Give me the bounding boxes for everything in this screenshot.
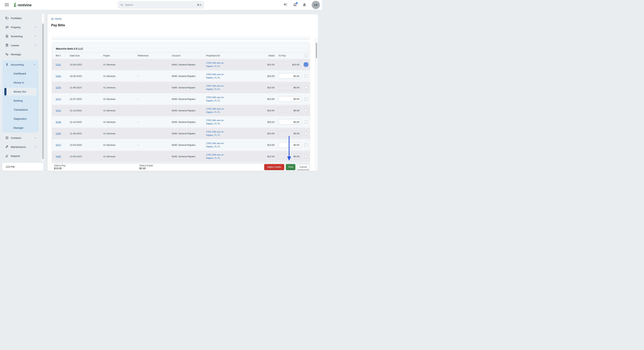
content-scrollbar-thumb[interactable] [316,43,317,58]
property-unit-link[interactable]: 2760 24th ave neNaples, FL FL [206,153,252,160]
to-pay-input[interactable] [278,108,301,113]
owed-cell: $10.00 [252,63,274,66]
sidebar-subitem-dashboard[interactable]: Dashboard [2,69,38,78]
company-name: Mauricio Beta 2.0 LLC [56,47,83,50]
date-due-cell: 10-28-2023 [70,63,103,66]
sidebar-subitem-label: Diagnostics [14,117,27,120]
owed-cell: $25.32 [252,121,274,123]
bill-row-5246: 524611-14-2023#1 Services-6345: General … [52,116,310,128]
cancel-button[interactable]: Cancel [297,164,309,170]
payee-cell: #1 Services [103,144,138,146]
notifications-bell-icon[interactable] [293,3,297,7]
bill-link[interactable]: 5243 [56,109,61,112]
to-pay-input[interactable] [278,142,301,148]
bill-link[interactable]: 5380 [56,155,61,158]
row-checkbox[interactable] [304,98,308,100]
search-input[interactable] [123,3,197,6]
previous-card-edge [52,37,310,40]
sidebar-item-maintenance[interactable]: Maintenance [0,142,42,151]
bill-link[interactable]: 5372 [56,144,61,146]
sidebar-item-label: Maintenance [11,145,26,148]
reference-cell: - [138,132,172,135]
sidebar-subitem-diagnostics[interactable]: Diagnostics [2,114,38,123]
sidebar-subitem-money-in[interactable]: Money In [2,78,38,87]
sidebar-item-contacts[interactable]: Contacts [0,133,42,142]
property-unit-link[interactable]: 2760 24th ave neNaples, FL FL [206,61,252,68]
sidebar-subitem-label: Dashboard [14,72,26,75]
sidebar-scrollbar[interactable] [42,13,44,161]
to-pay-input[interactable] [278,85,301,90]
sidebar-scrollbar-thumb[interactable] [42,23,44,159]
row-checkbox[interactable] [304,121,308,123]
account-cell: 6345: General Repairs [172,109,206,112]
property-unit-link[interactable]: 2760 24th ave neNaples, FL FL [206,84,252,91]
page-title: Pay Bills [51,23,65,27]
rentvine-logo[interactable]: rentvine [12,2,32,8]
reference-cell: - [138,98,172,100]
row-checkbox[interactable] [304,132,308,135]
breadcrumb-home[interactable]: Home [55,17,62,20]
owed-cell: $10.00 [252,75,274,77]
chevron-down-icon [34,146,37,148]
to-pay-input[interactable] [278,73,301,79]
rocket-icon[interactable] [302,3,306,7]
bill-link[interactable]: 5163 [56,75,61,77]
to-pay-input[interactable] [278,96,301,102]
bill-link[interactable]: 5161 [56,63,61,66]
property-unit-link[interactable]: 2760 24th ave neNaples, FL FL [206,142,252,148]
sidebar-item-leases[interactable]: Leases [0,41,42,50]
bill-link[interactable]: 5246 [56,121,61,123]
to-pay-input[interactable] [278,119,301,125]
to-pay-input[interactable] [278,62,301,67]
bill-row-5205: 520511-06-2023#1 Services-6345: General … [52,82,310,93]
column-header-reference: Reference [138,54,172,57]
column-header-property-unit: Property/Unit [206,54,252,57]
sidebar-item-screening[interactable]: Screening [0,32,42,41]
post-button[interactable]: Post [286,164,295,170]
bill-link[interactable]: 5205 [56,86,61,89]
sidebar-item-rentsign[interactable]: Rentsign [0,50,42,59]
content-scrollbar[interactable] [315,38,318,171]
menu-icon[interactable] [5,3,9,6]
apply-credits-button[interactable]: Apply Credits [264,164,284,170]
avatar[interactable]: CP [312,1,320,9]
to-pay-input[interactable] [278,131,301,136]
bill-link[interactable]: 5212 [56,98,61,100]
sidebar-subitem-manager[interactable]: Manager [2,123,38,132]
sidebar-subitem-transactions[interactable]: Transactions [2,105,38,114]
reference-cell: - [138,121,172,123]
sidebar-subitem-label: Transactions [14,108,28,111]
sidebar-item-portfolios[interactable]: Portfolios [0,13,42,23]
breadcrumb[interactable]: Home [51,17,62,20]
to-pay-input[interactable] [278,154,301,159]
leases-icon [5,43,9,47]
global-search[interactable]: ⌘ K [118,1,204,9]
select-all-checkbox[interactable] [304,54,308,57]
row-checkbox[interactable] [304,155,308,158]
property-unit-link[interactable]: 2760 24th ave neNaples, FL FL [206,119,252,125]
sidebar-item-property[interactable]: Property [0,23,42,32]
row-checkbox[interactable] [304,63,308,66]
sidebar-subitem-money-out[interactable]: Money Out [2,87,38,96]
account-cell: 6345: General Repairs [172,121,206,123]
date-due-cell: 11-07-2023 [70,98,103,100]
row-checkbox[interactable] [304,143,308,146]
property-unit-link[interactable]: 2760 24th ave neNaples, FL FL [206,73,252,79]
row-checkbox[interactable] [304,109,308,112]
account-cell: 6345: General Repairs [172,75,206,77]
property-unit-link[interactable]: 2760 24th ave neNaples, FL FL [206,96,252,102]
bill-row-5212: 521211-07-2023#1 Services-6345: General … [52,93,310,105]
property-unit-link[interactable]: 2760 24th ave neNaples, FL FL [206,130,252,137]
bill-link[interactable]: 5305 [56,132,61,135]
sparkles-icon[interactable] [284,3,288,7]
owed-cell: $10.00 [252,98,274,100]
sidebar-item-reports[interactable]: Reports [0,151,42,160]
sidebar-item-accounting[interactable]: Accounting [2,60,38,69]
row-checkbox[interactable] [304,75,308,77]
row-checkbox[interactable] [304,86,308,89]
sidebar-subitem-banking[interactable]: Banking [2,96,38,105]
property-unit-link[interactable]: 2760 24th ave neNaples, FL FL [206,107,252,114]
date-due-cell: 12-03-2023 [70,144,103,146]
reference-cell: - [138,86,172,89]
payee-cell: #1 Services [103,155,138,158]
